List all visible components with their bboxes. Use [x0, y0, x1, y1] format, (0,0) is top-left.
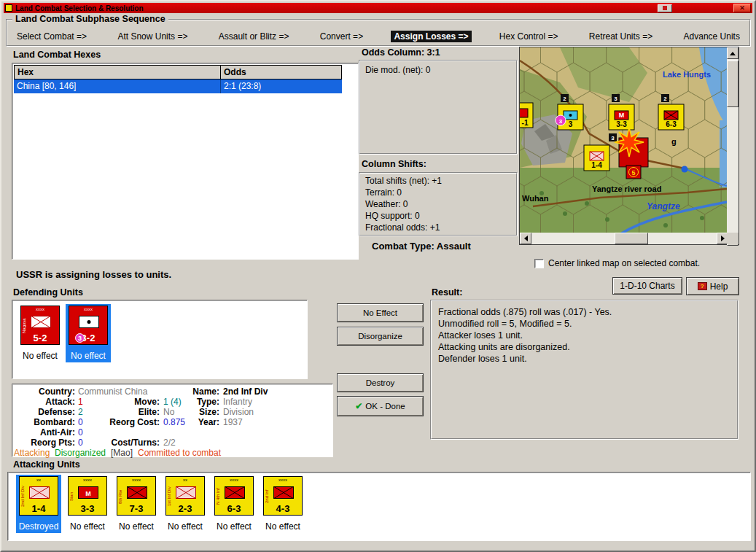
- detail-elite-label: Elite:: [88, 408, 160, 417]
- defending-unit-cell-1[interactable]: xxxx 3-2 3 No effect: [66, 304, 111, 362]
- assign-losses-status-text: USSR is assigning losses to units.: [16, 269, 171, 280]
- scroll-up-button[interactable]: [727, 47, 739, 59]
- shift-hq: HQ support: 0: [365, 210, 442, 222]
- disorganize-button-label: Disorganize: [358, 332, 402, 341]
- attacking-unit-cell-0[interactable]: xx 2nd Inf Div 1-4 Destroyed: [16, 475, 61, 533]
- map-label-lake: Lake Hungts: [663, 70, 711, 79]
- help-button[interactable]: ? Help: [686, 277, 739, 295]
- window-title: Land Combat Selection & Resolution: [15, 4, 144, 12]
- shift-fractional: Fractional odds: +1: [365, 222, 442, 233]
- horizontal-scroll-thumb[interactable]: [615, 233, 648, 244]
- map-vertical-scrollbar[interactable]: [727, 47, 739, 246]
- unit-size-label: xxxx: [69, 307, 107, 311]
- vertical-scroll-thumb[interactable]: [727, 61, 739, 107]
- map-unit-counter[interactable]: 1-4: [584, 145, 609, 171]
- infantry-symbol-icon: [176, 486, 196, 499]
- charts-button[interactable]: 1-D-10 Charts: [612, 277, 682, 295]
- ok-done-button-label: OK - Done: [365, 402, 405, 411]
- map-unit-counter[interactable]: 6-3: [658, 104, 684, 130]
- unit-status-label: No effect: [264, 521, 302, 532]
- center-map-checkbox[interactable]: [534, 259, 544, 268]
- scrollbar-corner: [727, 233, 739, 244]
- no-effect-button-label: No Effect: [363, 308, 397, 317]
- map-unit-counter[interactable]: M 3-3: [609, 104, 634, 130]
- odds-column-title: Odds Column: 3:1: [362, 47, 440, 58]
- hex-column-header: Hex: [14, 65, 221, 79]
- svg-text:3: 3: [569, 120, 573, 128]
- defending-unit-cell-0[interactable]: xxxx Nagoya 5-2 No effect: [17, 304, 63, 362]
- attacking-unit-cell-5[interactable]: xxxx 2nd Inf 4-3 No effect: [260, 475, 305, 533]
- unit-counter: xxxx 3-2 3: [69, 306, 108, 345]
- attacking-unit-cell-2[interactable]: xxxx 8th Rte 7-3 No effect: [114, 475, 159, 533]
- combat-hex-row[interactable]: China [80, 146] 2:1 (23:8): [14, 79, 342, 93]
- detail-move-label: Move:: [88, 397, 160, 407]
- map-label-partial: g: [671, 137, 677, 146]
- detail-reorg-cost-value: 0.875: [163, 418, 185, 427]
- scroll-left-button[interactable]: [520, 233, 531, 244]
- detail-type-value: Infantry: [223, 397, 252, 407]
- result-line: Defender loses 1 unit.: [438, 353, 730, 365]
- result-line: Unmodified roll = 5, Modified = 5.: [438, 318, 730, 330]
- close-icon: ✕: [739, 4, 745, 12]
- detail-defense-value: 2: [78, 408, 83, 417]
- infantry-symbol-icon: [225, 486, 245, 499]
- unit-strength-label: 7-3: [117, 503, 155, 514]
- scroll-right-icon: [721, 236, 725, 241]
- disorganized-badge: 3: [559, 118, 563, 125]
- detail-country-value: Communist China: [78, 387, 147, 397]
- defending-units-title: Defending Units: [13, 287, 83, 298]
- disorganize-button[interactable]: Disorganize: [337, 327, 424, 346]
- unit-counter: xx 2nd Inf Div 1-4: [19, 476, 58, 516]
- infantry-symbol-icon: [31, 316, 51, 328]
- detail-cost-turns-label: Cost/Turns:: [88, 438, 160, 448]
- close-button[interactable]: ✕: [733, 4, 751, 12]
- detail-reorg-pts-label: Reorg Pts:: [12, 438, 75, 448]
- unit-status-label: No effect: [69, 351, 107, 361]
- unit-details-panel: Country: Communist China Name: 2nd Inf D…: [12, 384, 333, 457]
- titlebar-button[interactable]: [658, 4, 672, 12]
- map-horizontal-scrollbar[interactable]: [520, 233, 728, 244]
- column-shifts-panel: Total shifts (net): +1 Terrain: 0 Weathe…: [359, 172, 518, 236]
- combat-hexes-table: Hex Odds China [80, 146] 2:1 (23:8): [14, 65, 342, 93]
- seq-step-assign-losses: Assign Losses =>: [391, 31, 471, 42]
- die-mod-text: Die mod. (net): 0: [365, 65, 430, 75]
- detail-name-label: Name:: [183, 387, 219, 397]
- detail-size-value: Division: [223, 408, 254, 417]
- column-shifts-title: Column Shifts:: [362, 159, 426, 169]
- unit-counter: xxxx Nagoya 5-2: [20, 306, 60, 345]
- ok-done-button[interactable]: ✔ OK - Done: [337, 396, 424, 416]
- disorganized-badge: 3: [75, 333, 85, 343]
- map-label-road: Yangtze river road: [592, 184, 661, 193]
- attacking-unit-cell-1[interactable]: xxxx Sian M 3-3 No effect: [65, 475, 110, 533]
- check-icon: ✔: [355, 401, 362, 411]
- no-effect-button[interactable]: No Effect: [337, 303, 424, 322]
- attacking-units-panel: xx 2nd Inf Div 1-4 Destroyed xxxx Sian M…: [7, 472, 751, 541]
- attacking-unit-cell-4[interactable]: xxxx N 4th Inf 6-3 No effect: [211, 475, 257, 533]
- map-unit-counter[interactable]: -1: [520, 103, 533, 128]
- combat-hexes-panel: Hex Odds China [80, 146] 2:1 (23:8): [12, 63, 359, 260]
- destroy-button[interactable]: Destroy: [337, 373, 424, 392]
- result-line: Attacking units are disorganized.: [438, 341, 730, 353]
- shift-total: Total shifts (net): +1: [365, 175, 442, 187]
- odds-panel: Die mod. (net): 0: [359, 60, 518, 155]
- unit-strength-label: 2-3: [166, 503, 204, 514]
- result-line: Attacker loses 1 unit.: [438, 330, 730, 341]
- combat-hex-name: China [80, 146]: [14, 79, 221, 93]
- unit-strength-label: 6-3: [215, 503, 253, 514]
- seq-step-convert: Convert =>: [317, 31, 366, 42]
- unit-status-label: No effect: [166, 521, 204, 532]
- svg-text:M: M: [619, 112, 625, 119]
- detail-move-value: 1 (4): [163, 397, 182, 407]
- unit-counter: xxxx 8th Rte 7-3: [117, 476, 156, 516]
- svg-text:5: 5: [631, 169, 635, 176]
- flag-attacking: Attacking: [14, 448, 50, 458]
- unit-status-label: Destroyed: [17, 521, 61, 532]
- unit-status-label: No effect: [21, 351, 59, 361]
- unit-counter: xxxx N 4th Inf 6-3: [214, 476, 254, 516]
- detail-country-label: Country:: [12, 387, 75, 397]
- map-view[interactable]: -1 3 2 M 3-3 3 6-3: [520, 47, 727, 234]
- svg-text:3-3: 3-3: [616, 120, 627, 128]
- result-title: Result:: [432, 287, 462, 298]
- stack-count-label: 3: [614, 96, 617, 102]
- attacking-unit-cell-3[interactable]: xx 1st Inf Div 2-3 No effect: [163, 475, 208, 533]
